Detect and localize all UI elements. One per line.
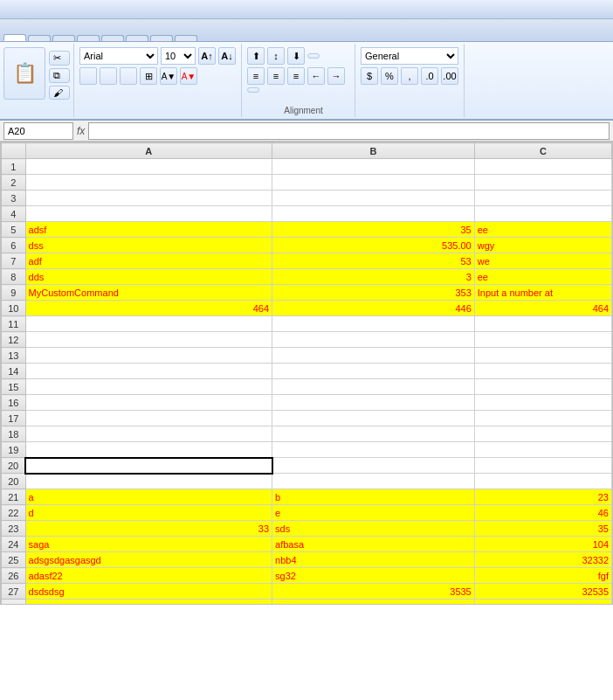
cell[interactable] xyxy=(25,332,272,348)
cell[interactable] xyxy=(272,206,475,222)
decrease-font-button[interactable]: A↓ xyxy=(218,47,236,65)
cell[interactable] xyxy=(474,348,611,364)
cell[interactable] xyxy=(272,442,475,458)
comma-button[interactable]: , xyxy=(401,67,418,85)
cell[interactable]: dds xyxy=(25,269,272,285)
cell[interactable]: 53 xyxy=(272,253,475,269)
cell[interactable] xyxy=(25,442,272,458)
increase-indent-button[interactable]: → xyxy=(327,67,345,85)
tab-review[interactable] xyxy=(150,35,173,41)
font-name-select[interactable]: Arial xyxy=(79,47,158,65)
cell[interactable] xyxy=(272,474,475,489)
cell[interactable] xyxy=(25,458,272,474)
tab-insert[interactable] xyxy=(52,35,75,41)
cell[interactable] xyxy=(272,379,475,395)
cell[interactable]: fd44 xyxy=(272,600,475,606)
align-bottom-button[interactable]: ⬇ xyxy=(287,47,305,65)
cell[interactable] xyxy=(272,426,475,442)
cell[interactable]: 464 xyxy=(25,301,272,316)
cell[interactable]: MyCustomCommand xyxy=(25,285,272,301)
cell[interactable]: 3535 xyxy=(272,584,475,600)
bold-button[interactable] xyxy=(79,67,97,85)
fill-color-button[interactable]: A▼ xyxy=(160,67,177,85)
align-top-button[interactable]: ⬆ xyxy=(247,47,265,65)
align-middle-button[interactable]: ↕ xyxy=(267,47,285,65)
cell-reference-input[interactable] xyxy=(3,122,73,140)
cell[interactable]: 446 xyxy=(272,301,475,316)
tab-data[interactable] xyxy=(126,35,148,41)
cell[interactable]: 35 xyxy=(272,222,475,238)
tab-page-layout[interactable] xyxy=(77,35,100,41)
number-format-select[interactable]: General xyxy=(361,47,458,65)
format-painter-button[interactable]: 🖌 xyxy=(49,86,70,100)
cell[interactable] xyxy=(25,175,272,191)
cell[interactable] xyxy=(25,395,272,411)
cell[interactable]: 46 xyxy=(474,505,611,521)
cell[interactable] xyxy=(474,379,611,395)
cell[interactable]: Input a number at xyxy=(474,285,611,301)
font-size-select[interactable]: 10 xyxy=(161,47,196,65)
cell[interactable] xyxy=(272,159,475,175)
cell[interactable]: 535.00 xyxy=(272,238,475,253)
cell[interactable]: a xyxy=(25,489,272,505)
cell[interactable] xyxy=(474,175,611,191)
wrap-text-button[interactable] xyxy=(307,53,320,59)
copy-button[interactable]: ⧉ xyxy=(49,68,70,83)
cell[interactable]: we xyxy=(474,253,611,269)
cell[interactable] xyxy=(272,458,475,474)
paste-button[interactable]: 📋 xyxy=(3,47,45,100)
increase-font-button[interactable]: A↑ xyxy=(198,47,216,65)
cell[interactable]: wgy xyxy=(474,238,611,253)
cell[interactable]: ee xyxy=(474,269,611,285)
cell[interactable]: dss xyxy=(25,238,272,253)
merge-center-button[interactable] xyxy=(247,87,259,93)
cell[interactable] xyxy=(474,426,611,442)
cell[interactable] xyxy=(25,379,272,395)
align-center-button[interactable]: ≡ xyxy=(267,67,285,85)
cell[interactable] xyxy=(474,191,611,206)
cell[interactable]: adsgsdgasgasgd xyxy=(25,552,272,568)
cell[interactable] xyxy=(25,474,272,489)
decrease-indent-button[interactable]: ← xyxy=(307,67,325,85)
cell[interactable]: e xyxy=(272,505,475,521)
underline-button[interactable] xyxy=(120,67,137,85)
cut-button[interactable]: ✂ xyxy=(49,51,70,66)
cell[interactable] xyxy=(474,474,611,489)
cell[interactable] xyxy=(272,348,475,364)
cell[interactable] xyxy=(25,364,272,379)
cell[interactable] xyxy=(272,395,475,411)
tab-aspose[interactable] xyxy=(28,35,51,41)
cell[interactable]: b xyxy=(272,489,475,505)
cell[interactable]: 4254 xyxy=(25,600,272,606)
font-color-button[interactable]: A▼ xyxy=(180,67,197,85)
cell[interactable]: 3 xyxy=(272,269,475,285)
cell[interactable]: d xyxy=(25,505,272,521)
cell[interactable]: cx xyxy=(474,600,611,606)
cell[interactable] xyxy=(474,395,611,411)
cell[interactable] xyxy=(25,191,272,206)
percent-button[interactable]: % xyxy=(381,67,398,85)
cell[interactable]: sg32 xyxy=(272,568,475,584)
cell[interactable] xyxy=(272,316,475,332)
align-left-button[interactable]: ≡ xyxy=(247,67,265,85)
tab-view[interactable] xyxy=(175,35,197,41)
cell[interactable] xyxy=(474,411,611,426)
tab-home[interactable] xyxy=(3,34,26,41)
cell[interactable]: nbb4 xyxy=(272,552,475,568)
cell[interactable] xyxy=(474,206,611,222)
cell[interactable] xyxy=(474,332,611,348)
cell[interactable]: 464 xyxy=(474,301,611,316)
cell[interactable]: 33 xyxy=(25,521,272,537)
cell[interactable]: sds xyxy=(272,521,475,537)
cell[interactable] xyxy=(272,364,475,379)
cell[interactable] xyxy=(25,159,272,175)
cell[interactable] xyxy=(272,191,475,206)
cell[interactable] xyxy=(474,159,611,175)
cell[interactable]: adsf xyxy=(25,222,272,238)
cell[interactable]: 32332 xyxy=(474,552,611,568)
cell[interactable]: afbasa xyxy=(272,537,475,552)
formula-input[interactable] xyxy=(88,122,610,140)
border-button[interactable]: ⊞ xyxy=(140,67,157,85)
cell[interactable]: 35 xyxy=(474,521,611,537)
increase-decimal-button[interactable]: .00 xyxy=(441,67,458,85)
